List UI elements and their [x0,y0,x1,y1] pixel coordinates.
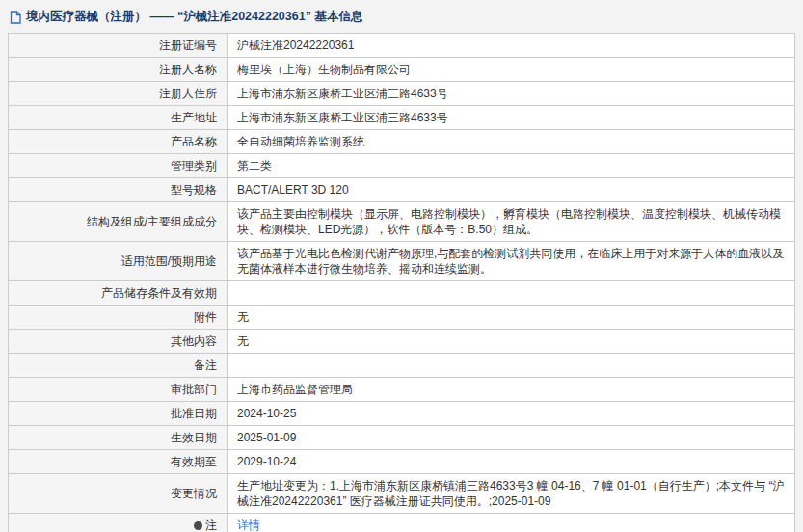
table-row: 管理类别 第二类 [9,154,795,178]
table-row: 批准日期 2024-10-25 [9,402,795,426]
row-value [228,281,795,306]
row-value: 详情 [228,514,795,532]
row-label: 备注 [9,354,228,378]
table-row: 有效期至 2029-10-24 [9,450,795,474]
row-label: 适用范围/预期用途 [9,242,228,281]
row-value: 沪械注准20242220361 [228,34,795,58]
note-label: 注 [205,519,217,532]
table-row: 适用范围/预期用途 该产品基于光电比色检测代谢产物原理,与配套的检测试剂共同使用… [9,242,795,281]
row-label: 型号规格 [9,178,228,202]
row-value: 2025-01-09 [228,426,795,450]
row-label: 注册人住所 [9,82,228,106]
table-row: 产品储存条件及有效期 [9,281,795,306]
table-row: 附件 无 [9,306,795,330]
row-value: 全自动细菌培养监测系统 [228,130,795,154]
row-value: 上海市药品监督管理局 [228,378,795,402]
table-row: 生效日期 2025-01-09 [9,426,795,450]
row-label: 审批部门 [9,378,228,402]
table-row: 结构及组成/主要组成成分 该产品主要由控制模块（显示屏、电路控制模块），孵育模块… [9,202,795,242]
row-value: BACT/ALERT 3D 120 [228,178,795,202]
table-row: 变更情况 生产地址变更为：1.上海市浦东新区康桥镇浦三路4633号3 幢 04-… [9,474,795,514]
table-row: 注册证编号 沪械注准20242220361 [9,34,795,58]
row-label: 批准日期 [9,402,228,426]
table-row: 产品名称 全自动细菌培养监测系统 [9,130,795,154]
table-row: 型号规格 BACT/ALERT 3D 120 [9,178,795,202]
document-icon [10,11,21,24]
row-label: 产品名称 [9,130,228,154]
table-row: 其他内容 无 [9,330,795,354]
row-label: 注册证编号 [9,34,228,58]
table-row: 注册人名称 梅里埃（上海）生物制品有限公司 [9,58,795,82]
info-table: 注册证编号 沪械注准20242220361 注册人名称 梅里埃（上海）生物制品有… [8,33,795,532]
row-label: 有效期至 [9,450,228,474]
detail-link[interactable]: 详情 [237,519,260,532]
row-label: 产品储存条件及有效期 [9,281,228,306]
row-label: 结构及组成/主要组成成分 [9,202,228,242]
table-row: 审批部门 上海市药品监督管理局 [9,378,795,402]
table-row: 注册人住所 上海市浦东新区康桥工业区浦三路4633号 [9,82,795,106]
row-value [228,354,795,378]
row-value: 第二类 [228,154,795,178]
table-row: 备注 [9,354,795,378]
row-value: 2029-10-24 [228,450,795,474]
row-label: 附件 [9,306,228,330]
row-value: 无 [228,306,795,330]
row-value: 上海市浦东新区康桥工业区浦三路4633号 [228,106,795,130]
page-title: 境内医疗器械（注册） —— “沪械注准20242220361” 基本信息 [26,9,362,25]
row-value: 该产品基于光电比色检测代谢产物原理,与配套的检测试剂共同使用，在临床上用于对来源… [228,242,795,281]
table-row: 注 详情 [9,514,795,532]
row-value: 生产地址变更为：1.上海市浦东新区康桥镇浦三路4633号3 幢 04-16、7 … [228,474,795,514]
row-value: 上海市浦东新区康桥工业区浦三路4633号 [228,82,795,106]
note-bullet-icon [194,521,202,530]
table-row: 生产地址 上海市浦东新区康桥工业区浦三路4633号 [9,106,795,130]
row-value: 梅里埃（上海）生物制品有限公司 [228,58,795,82]
row-label: 管理类别 [9,154,228,178]
row-value: 该产品主要由控制模块（显示屏、电路控制模块），孵育模块（电路控制模块、温度控制模… [228,202,795,242]
row-value: 无 [228,330,795,354]
row-label: 注册人名称 [9,58,228,82]
row-label: 变更情况 [9,474,228,514]
row-value: 2024-10-25 [228,402,795,426]
page-header: 境内医疗器械（注册） —— “沪械注准20242220361” 基本信息 [0,0,803,33]
row-label: 其他内容 [9,330,228,354]
row-label: 生效日期 [9,426,228,450]
row-label: 生产地址 [9,106,228,130]
row-label: 注 [9,514,228,532]
